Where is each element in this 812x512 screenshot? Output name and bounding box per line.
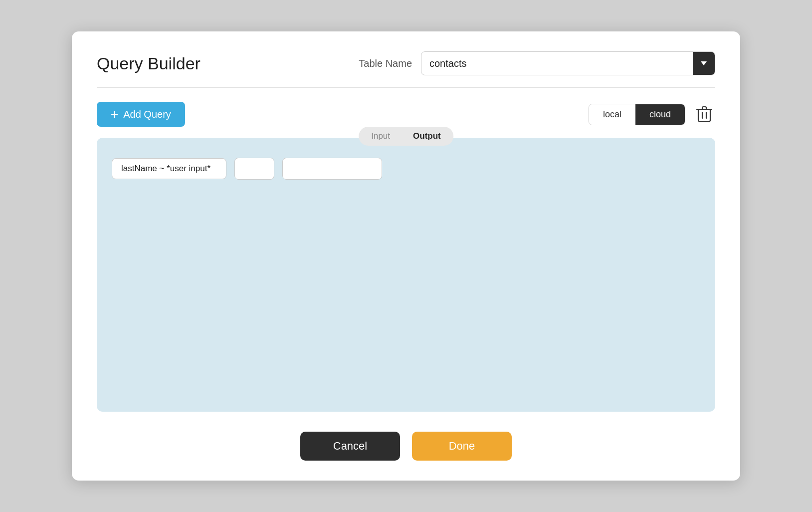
local-cloud-toggle: local cloud xyxy=(589,104,685,125)
query-large-input[interactable] xyxy=(282,158,382,180)
local-toggle-button[interactable]: local xyxy=(589,104,635,125)
chevron-down-icon xyxy=(700,59,708,67)
svg-rect-1 xyxy=(698,109,710,121)
io-tabs-wrapper: Input Output xyxy=(359,127,453,146)
svg-marker-0 xyxy=(701,61,707,65)
table-name-dropdown-arrow[interactable] xyxy=(693,52,715,75)
input-output-tabs: Input Output xyxy=(359,127,453,146)
add-query-button[interactable]: + Add Query xyxy=(97,102,185,127)
page-title: Query Builder xyxy=(97,54,359,73)
toolbar: + Add Query local cloud xyxy=(97,102,715,127)
table-name-label: Table Name xyxy=(359,58,412,69)
done-button[interactable]: Done xyxy=(412,432,512,461)
query-condition[interactable]: lastName ~ *user input* xyxy=(112,158,226,179)
table-name-select[interactable]: contacts xyxy=(421,51,715,75)
add-query-label: Add Query xyxy=(123,109,171,120)
modal-container: Query Builder Table Name contacts + Add … xyxy=(72,31,740,481)
cloud-toggle-button[interactable]: cloud xyxy=(635,104,685,125)
query-small-input[interactable] xyxy=(234,158,274,180)
query-row: lastName ~ *user input* xyxy=(112,158,700,180)
plus-icon: + xyxy=(111,108,118,121)
header: Query Builder Table Name contacts xyxy=(97,51,715,88)
query-area: Input Output lastName ~ *user input* xyxy=(97,138,715,412)
toolbar-right: local cloud xyxy=(589,102,715,126)
trash-icon xyxy=(696,105,712,123)
output-tab[interactable]: Output xyxy=(402,128,452,144)
footer-buttons: Cancel Done xyxy=(97,432,715,461)
input-tab[interactable]: Input xyxy=(360,128,401,144)
cancel-button[interactable]: Cancel xyxy=(300,432,400,461)
delete-button[interactable] xyxy=(693,102,715,126)
table-name-value: contacts xyxy=(421,53,693,74)
